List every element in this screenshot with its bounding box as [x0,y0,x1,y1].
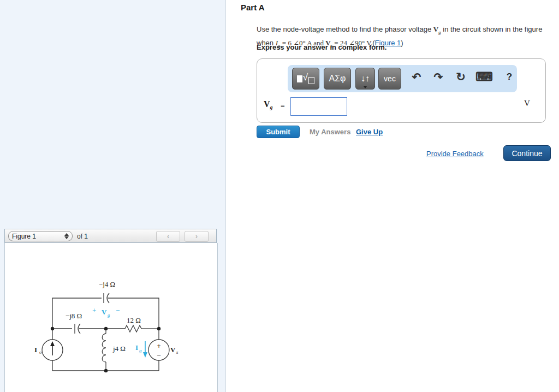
junction-dot [104,327,108,330]
figure-toolbar: Figure 1 of 1 ‹ › [4,229,217,243]
submit-button[interactable]: Submit [257,126,300,138]
figure-select-label: Figure 1 [12,233,64,240]
answer-variable-label: Vg [264,99,273,110]
junction-dot [157,327,160,330]
continue-button[interactable]: Continue [503,145,551,161]
vec-label: vec [384,74,396,83]
equation-templates-button[interactable]: √ [292,68,319,90]
equation-toolbar: √ ΑΣφ ↓↑ vec ↶ ↷ ↻ ⌨ ? [288,65,517,92]
help-icon: ? [507,72,512,82]
provide-feedback-link[interactable]: Provide Feedback [426,150,484,158]
figure-select-dropdown[interactable]: Figure 1 [8,231,73,241]
greek-symbols-icon: ΑΣφ [329,74,346,83]
answer-unit-label: V [524,99,530,108]
vg-label: V [102,308,107,316]
problem-seg1: Use the node-voltage method to find the … [257,25,433,33]
inductor-label: j4 Ω [112,345,126,353]
answer-equals-sign: = [281,102,285,110]
source-plus-sign: + [157,342,160,350]
up-down-arrows-icon: ↓↑ [361,74,370,83]
figure-canvas: −j4 Ω + V g − −j8 Ω 12 Ω j4 Ω I o I g V … [4,243,218,392]
chevron-left-icon: ‹ [167,233,169,240]
ig-label: I [135,343,138,352]
figure-panel: Figure 1 of 1 ‹ › [0,0,226,392]
redo-button[interactable]: ↷ [431,69,446,85]
part-title: Part A [241,3,265,12]
redo-icon: ↷ [434,71,443,83]
inductor-symbol [102,334,106,362]
dropdown-caret-icon [364,86,367,88]
cap-top-label: −j4 Ω [99,280,115,288]
undo-button[interactable]: ↶ [409,69,424,85]
resistor-symbol [125,325,141,332]
stepper-icon [64,233,69,239]
prev-figure-button[interactable]: ‹ [156,231,180,242]
keyboard-icon: ⌨ [475,70,493,84]
cap-mid-label: −j8 Ω [66,312,82,320]
keyboard-button[interactable]: ⌨ [475,69,491,85]
next-figure-button[interactable]: › [185,231,209,242]
reset-button[interactable]: ↻ [453,69,468,85]
io-label: I [34,346,37,354]
vs-label: V [170,346,176,354]
vs-label-sub: s [176,349,179,355]
sqrt-template-icon: √ [293,68,319,89]
my-answers-label[interactable]: My Answers [310,128,350,136]
arrows-button[interactable]: ↓↑ [355,68,375,90]
math-vg: V [433,25,438,33]
give-up-link[interactable]: Give Up [356,128,383,136]
chevron-right-icon: › [195,233,198,240]
ig-arrow-icon [143,341,147,358]
vg-label-sub: g [108,312,110,318]
io-label-sub: o [39,349,42,355]
answer-input[interactable] [290,97,347,116]
greek-symbols-button[interactable]: ΑΣφ [324,68,351,90]
undo-icon: ↶ [412,71,421,83]
junction-dot [51,327,54,330]
source-minus-sign: − [157,351,161,359]
answer-box: √ ΑΣφ ↓↑ vec ↶ ↷ ↻ ⌨ ? Vg = V [257,58,546,123]
express-instruction: Express your answer in complex form. [257,43,386,51]
figure-count-label: of 1 [77,233,88,240]
circuit-wires [42,293,169,371]
vg-minus-sign: − [116,306,120,314]
help-button[interactable]: ? [502,69,517,85]
junction-dot [104,369,108,372]
circuit-diagram: −j4 Ω + V g − −j8 Ω 12 Ω j4 Ω I o I g V … [5,243,217,392]
reset-icon: ↻ [456,70,466,83]
vector-button[interactable]: vec [378,68,401,90]
resistor-label: 12 Ω [127,316,141,324]
ig-label-sub: g [139,348,142,353]
paren-close: ) [401,39,403,47]
vg-plus-sign: + [92,306,96,314]
